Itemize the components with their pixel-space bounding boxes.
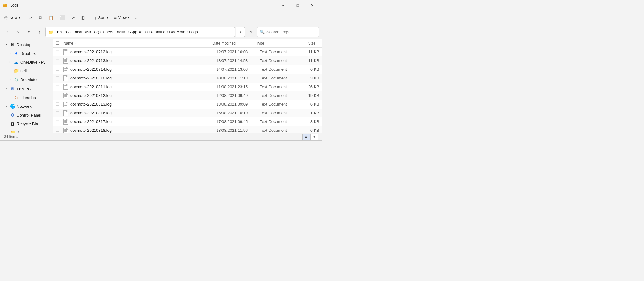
file-type: Text Document [260, 50, 294, 54]
title-bar: Logs − □ ✕ [0, 0, 322, 10]
back-button[interactable]: ‹ [3, 27, 12, 37]
sidebar-item-control-panel[interactable]: ⚙ Control Panel [2, 111, 52, 119]
delete-button[interactable]: 🗑 [78, 12, 88, 23]
file-name: docmoto-20210714.log [68, 67, 216, 72]
table-row[interactable]: ☐ docmoto-20210816.log 16/08/2021 10:19 … [53, 109, 322, 117]
row-checkbox[interactable]: ☐ [56, 50, 63, 54]
window-controls: − □ ✕ [276, 0, 319, 10]
table-row[interactable]: ☐ docmoto-20210712.log 12/07/2021 16:08 … [53, 48, 322, 56]
sidebar-item-network[interactable]: › 🌐 Network [2, 102, 52, 111]
file-name: docmoto-20210818.log [68, 128, 216, 133]
row-checkbox[interactable]: ☐ [56, 119, 63, 124]
sidebar-item-label: Network [17, 104, 49, 109]
table-row[interactable]: ☐ docmoto-20210818.log 18/08/2021 11:56 … [53, 126, 322, 133]
paste-button[interactable]: 📋 [46, 12, 56, 23]
cut-button[interactable]: ✂ [27, 12, 36, 23]
path-arrow-2: › [100, 30, 101, 34]
sidebar-item-neil[interactable]: › 📁 neil [5, 66, 52, 75]
address-dropdown-button[interactable]: ▾ [236, 27, 245, 37]
path-segment-roaming: Roaming [149, 30, 166, 34]
onedrive-icon: ☁ [13, 59, 19, 65]
path-segment-neilm: neilm [117, 30, 126, 34]
table-row[interactable]: ☐ docmoto-20210713.log 13/07/2021 14:53 … [53, 56, 322, 65]
file-date: 12/08/2021 09:49 [216, 93, 260, 98]
file-type: Text Document [260, 84, 294, 89]
col-type-label: Type [256, 41, 264, 45]
new-button[interactable]: ⊕ New ▾ [2, 12, 23, 23]
column-type-header[interactable]: Type [256, 41, 290, 45]
header-checkbox[interactable]: ☐ [56, 41, 63, 45]
path-arrow-7: › [187, 30, 188, 34]
search-box[interactable]: 🔍 [257, 27, 319, 37]
docmoto-icon: ⬡ [13, 77, 19, 82]
dropbox-icon: ✦ [13, 50, 19, 56]
scissors-icon: ✂ [29, 15, 33, 21]
table-row[interactable]: ☐ docmoto-20210817.log 17/08/2021 09:45 … [53, 117, 322, 126]
file-type-icon [63, 84, 68, 90]
row-checkbox[interactable]: ☐ [56, 102, 63, 107]
file-type-icon [63, 128, 68, 133]
file-date: 13/07/2021 14:53 [216, 58, 260, 63]
row-checkbox[interactable]: ☐ [56, 93, 63, 98]
forward-button[interactable]: › [13, 27, 23, 37]
view-button[interactable]: ≡ View ▾ [111, 12, 132, 23]
view-icon: ≡ [114, 15, 117, 20]
window-icon [3, 3, 8, 8]
sidebar: ▾ 🖥 Desktop › ✦ Dropbox › ☁ OneDrive - P… [0, 39, 53, 133]
table-row[interactable]: ☐ docmoto-20210812.log 12/08/2021 09:49 … [53, 91, 322, 100]
file-type: Text Document [260, 67, 294, 72]
address-path[interactable]: 📁 This PC › Local Disk (C:) › Users › ne… [45, 27, 235, 37]
file-size: 19 KB [294, 93, 319, 98]
copy-icon: ⧉ [39, 15, 42, 21]
sidebar-item-desktop[interactable]: ▾ 🖥 Desktop [2, 40, 52, 49]
sidebar-item-docmoto[interactable]: › ⬡ DocMoto [5, 75, 52, 84]
file-type: Text Document [260, 119, 294, 124]
network-icon: 🌐 [10, 103, 15, 109]
sidebar-item-label: Recycle Bin [17, 121, 49, 126]
row-checkbox[interactable]: ☐ [56, 76, 63, 80]
sidebar-item-label: Dropbox [20, 51, 49, 56]
col-date-label: Date modified [212, 41, 236, 45]
table-row[interactable]: ☐ docmoto-20210813.log 13/08/2021 09:09 … [53, 100, 322, 109]
share-button[interactable]: ↗ [69, 12, 78, 23]
col-size-label: Size [308, 41, 315, 45]
sidebar-item-t1[interactable]: 📁 t1 [2, 128, 52, 133]
path-arrow-6: › [167, 30, 168, 34]
row-checkbox[interactable]: ☐ [56, 58, 63, 63]
row-checkbox[interactable]: ☐ [56, 84, 63, 89]
sidebar-item-recycle-bin[interactable]: 🗑 Recycle Bin [2, 119, 52, 128]
column-size-header[interactable]: Size [290, 41, 315, 45]
sort-button[interactable]: ↕ Sort ▾ [92, 12, 111, 23]
up-button[interactable]: ↑ [35, 27, 44, 37]
list-view-button[interactable]: ≡ [302, 134, 310, 140]
row-checkbox[interactable]: ☐ [56, 67, 63, 72]
refresh-button[interactable]: ↻ [246, 27, 256, 37]
file-date: 14/07/2021 13:08 [216, 67, 260, 72]
column-date-header[interactable]: Date modified [212, 41, 256, 45]
chevron-right-icon: › [8, 96, 12, 99]
minimize-button[interactable]: − [276, 0, 290, 10]
row-checkbox[interactable]: ☐ [56, 128, 63, 133]
file-name: docmoto-20210813.log [68, 102, 216, 107]
row-checkbox[interactable]: ☐ [56, 111, 63, 115]
file-size: 6 KB [294, 102, 319, 107]
sort-arrow-icon: ▲ [75, 42, 77, 45]
copy-button[interactable]: ⧉ [37, 12, 45, 23]
recent-locations-button[interactable]: ▾ [24, 27, 33, 37]
table-row[interactable]: ☐ docmoto-20210714.log 14/07/2021 13:08 … [53, 65, 322, 74]
maximize-button[interactable]: □ [290, 0, 305, 10]
view-label: View [118, 15, 127, 20]
sidebar-item-dropbox[interactable]: › ✦ Dropbox [5, 49, 52, 58]
rename-button[interactable]: ⬜ [57, 12, 68, 23]
more-button[interactable]: ... [133, 12, 141, 23]
sidebar-item-onedrive[interactable]: › ☁ OneDrive - Pers [5, 58, 52, 66]
table-row[interactable]: ☐ docmoto-20210810.log 10/08/2021 11:18 … [53, 74, 322, 83]
sidebar-item-thispc[interactable]: › 🖥 This PC [2, 84, 52, 93]
sidebar-item-libraries[interactable]: › 🗂 Libraries [5, 93, 52, 102]
tiles-view-button[interactable]: ⊞ [310, 134, 318, 140]
search-input[interactable] [266, 30, 319, 34]
chevron-down-icon: ▾ [4, 43, 8, 46]
column-name-header[interactable]: Name ▲ [63, 41, 212, 45]
table-row[interactable]: ☐ docmoto-20210811.log 11/08/2021 23:15 … [53, 83, 322, 91]
close-button[interactable]: ✕ [305, 0, 319, 10]
